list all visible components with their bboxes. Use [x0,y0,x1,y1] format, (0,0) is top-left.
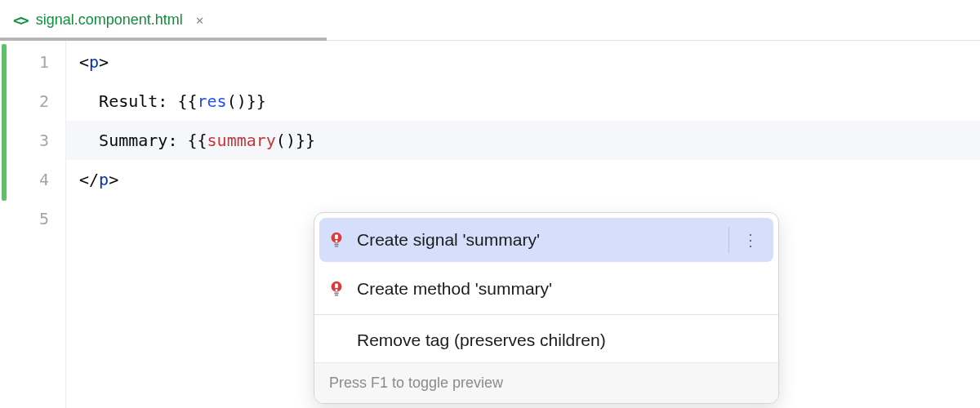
line-numbers: 1 2 3 4 5 [0,42,65,408]
svg-rect-6 [335,284,338,289]
svg-point-7 [336,289,338,291]
intention-actions-popup: Create signal 'summary' ⋮ Create method … [314,212,779,404]
tab-filename: signal.component.html [36,11,183,29]
intention-divider [314,314,778,315]
code-line-3[interactable]: Summary: {{summary()}} [66,121,980,160]
intention-hint: Press F1 to toggle preview [314,362,778,403]
code-area[interactable]: <p> Result: {{res()}} Summary: {{summary… [65,41,980,408]
svg-rect-8 [334,293,339,295]
svg-rect-4 [335,246,339,246]
line-number[interactable]: 3 [21,121,65,160]
intention-label: Create method 'summary' [357,279,552,299]
html-file-icon: <> [13,11,28,29]
editor-area: 1 2 3 4 5 <p> Result: {{res()}} Summary:… [0,41,980,408]
intention-create-signal[interactable]: Create signal 'summary' ⋮ [319,218,773,262]
line-number[interactable]: 4 [21,160,65,199]
file-tab[interactable]: <> signal.component.html ✕ [0,0,216,40]
intention-create-method[interactable]: Create method 'summary' [314,267,778,311]
svg-point-2 [336,240,338,242]
error-bulb-icon [327,231,345,249]
gutter: 1 2 3 4 5 [0,41,65,408]
code-line-4[interactable]: </p> [66,160,980,199]
code-line-1[interactable]: <p> [66,42,980,82]
svg-rect-3 [334,244,339,246]
modified-marker [2,44,7,201]
svg-rect-1 [335,235,338,240]
intention-remove-tag[interactable]: Remove tag (preserves children) [314,318,778,362]
error-bulb-icon [327,280,345,298]
close-tab-icon[interactable]: ✕ [196,12,204,28]
editor-tab-bar: <> signal.component.html ✕ [0,0,980,41]
line-number[interactable]: 2 [21,82,65,121]
code-line-2[interactable]: Result: {{res()}} [66,82,980,121]
intention-label: Create signal 'summary' [357,230,540,250]
intention-label: Remove tag (preserves children) [357,330,606,350]
svg-rect-9 [335,295,339,295]
line-number[interactable]: 5 [21,199,65,238]
line-number[interactable]: 1 [21,42,65,82]
more-options-icon[interactable]: ⋮ [728,227,760,253]
